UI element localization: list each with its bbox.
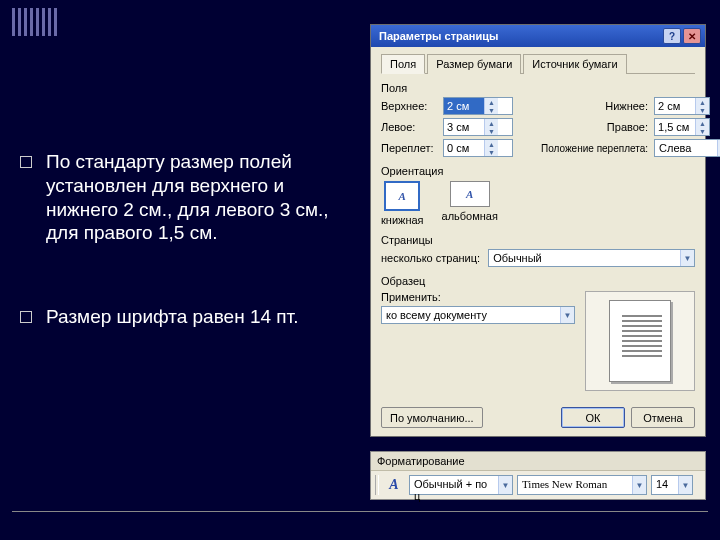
spinner-up-icon[interactable]: ▲	[485, 119, 498, 127]
top-margin-input[interactable]: ▲▼	[443, 97, 513, 115]
portrait-page-icon: A	[384, 181, 420, 211]
pages-group-label: Страницы	[381, 234, 695, 246]
formatting-toolbar: Форматирование A Обычный + по ц ▼ Times …	[370, 451, 706, 500]
slide-divider	[12, 511, 708, 512]
chevron-down-icon: ▼	[632, 476, 646, 494]
right-margin-label: Правое:	[541, 121, 648, 133]
bullet-text: Размер шрифта равен 14 пт.	[46, 305, 298, 329]
left-margin-input[interactable]: ▲▼	[443, 118, 513, 136]
font-combo[interactable]: Times New Roman ▼	[517, 475, 647, 495]
close-button[interactable]: ✕	[683, 28, 701, 44]
apply-to-label: Применить:	[381, 291, 575, 303]
decorative-bars	[12, 8, 57, 36]
landscape-label: альбомная	[442, 210, 498, 222]
right-margin-input[interactable]: ▲▼	[654, 118, 710, 136]
orientation-portrait[interactable]: A книжная	[381, 181, 424, 226]
spinner-down-icon[interactable]: ▼	[696, 106, 709, 114]
top-margin-label: Верхнее:	[381, 100, 437, 112]
page-setup-dialog: Параметры страницы ? ✕ Поля Размер бумаг…	[370, 24, 706, 437]
portrait-label: книжная	[381, 214, 424, 226]
dialog-tabs: Поля Размер бумаги Источник бумаги	[381, 53, 695, 74]
chevron-down-icon: ▼	[498, 476, 512, 494]
bullet-item: Размер шрифта равен 14 пт.	[20, 305, 350, 329]
page-preview-icon	[609, 300, 671, 382]
spinner-up-icon[interactable]: ▲	[696, 119, 709, 127]
spinner-down-icon[interactable]: ▼	[485, 148, 498, 156]
dialog-titlebar[interactable]: Параметры страницы ? ✕	[371, 25, 705, 47]
spinner-up-icon[interactable]: ▲	[485, 140, 498, 148]
tab-margins[interactable]: Поля	[381, 54, 425, 74]
spinner-down-icon[interactable]: ▼	[485, 106, 498, 114]
default-button[interactable]: По умолчанию...	[381, 407, 483, 428]
bullet-item: По стандарту размер полей установлен для…	[20, 150, 350, 245]
tab-paper-size[interactable]: Размер бумаги	[427, 54, 521, 74]
bottom-margin-label: Нижнее:	[541, 100, 648, 112]
formatting-title: Форматирование	[371, 452, 705, 471]
spinner-down-icon[interactable]: ▼	[485, 127, 498, 135]
gutter-input[interactable]: ▲▼	[443, 139, 513, 157]
gutter-pos-label: Положение переплета:	[541, 143, 648, 154]
spinner-up-icon[interactable]: ▲	[696, 98, 709, 106]
left-margin-label: Левое:	[381, 121, 437, 133]
orientation-group-label: Ориентация	[381, 165, 695, 177]
apply-to-combo[interactable]: ко всему документу ▼	[381, 306, 575, 324]
spinner-up-icon[interactable]: ▲	[485, 98, 498, 106]
style-formatting-icon[interactable]: A	[383, 475, 405, 495]
help-button[interactable]: ?	[663, 28, 681, 44]
pages-multi-label: несколько страниц:	[381, 252, 480, 264]
pages-multi-combo[interactable]: Обычный ▼	[488, 249, 695, 267]
bullet-box-icon	[20, 156, 32, 168]
style-combo[interactable]: Обычный + по ц ▼	[409, 475, 513, 495]
orientation-landscape[interactable]: A альбомная	[442, 181, 498, 222]
chevron-down-icon: ▼	[560, 307, 574, 323]
ok-button[interactable]: ОК	[561, 407, 625, 428]
tab-paper-source[interactable]: Источник бумаги	[523, 54, 626, 74]
margins-group-label: Поля	[381, 82, 695, 94]
landscape-page-icon: A	[450, 181, 490, 207]
bottom-margin-input[interactable]: ▲▼	[654, 97, 710, 115]
bullet-text: По стандарту размер полей установлен для…	[46, 150, 350, 245]
page-preview-box	[585, 291, 695, 391]
gutter-label: Переплет:	[381, 142, 437, 154]
chevron-down-icon: ▼	[680, 250, 694, 266]
slide-body-text: По стандарту размер полей установлен для…	[20, 150, 350, 389]
chevron-down-icon: ▼	[678, 476, 692, 494]
gutter-pos-combo[interactable]: Слева ▼	[654, 139, 720, 157]
dialog-title: Параметры страницы	[379, 30, 498, 42]
sample-group-label: Образец	[381, 275, 695, 287]
spinner-down-icon[interactable]: ▼	[696, 127, 709, 135]
font-size-combo[interactable]: 14 ▼	[651, 475, 693, 495]
bullet-box-icon	[20, 311, 32, 323]
gripper-icon[interactable]	[375, 475, 379, 495]
cancel-button[interactable]: Отмена	[631, 407, 695, 428]
